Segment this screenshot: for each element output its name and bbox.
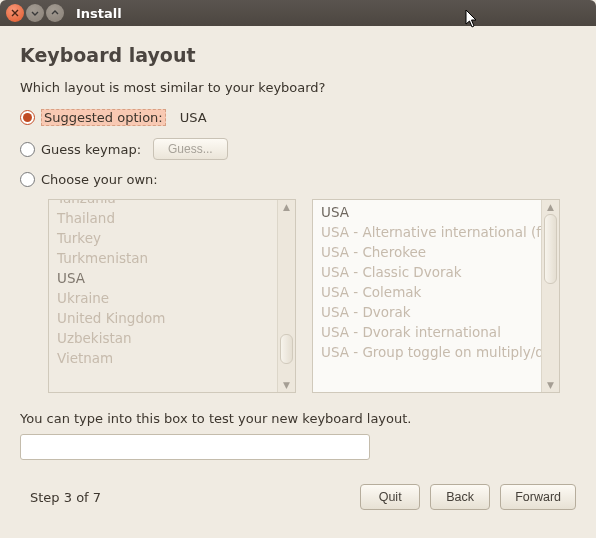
content-area: Keyboard layout Which layout is most sim… — [0, 26, 596, 524]
variant-list-scrollbar[interactable]: ▲ ▼ — [541, 200, 559, 392]
option-guess[interactable]: Guess keymap: Guess... — [20, 138, 576, 160]
option-suggested-label: Suggested option: — [41, 109, 166, 126]
list-item[interactable]: Tanzania — [49, 200, 277, 208]
scroll-up-icon[interactable]: ▲ — [283, 200, 290, 214]
titlebar: Install — [0, 0, 596, 26]
scroll-thumb[interactable] — [544, 214, 557, 284]
list-item[interactable]: USA - Group toggle on multiply/divi — [313, 342, 541, 362]
option-suggested-value: USA — [180, 110, 207, 125]
list-item[interactable]: USA - Alternative international (font — [313, 222, 541, 242]
scroll-down-icon[interactable]: ▼ — [547, 378, 554, 392]
variant-list[interactable]: USAUSA - Alternative international (font… — [312, 199, 560, 393]
guess-button[interactable]: Guess... — [153, 138, 228, 160]
radio-choose[interactable] — [20, 172, 35, 187]
list-item[interactable]: USA - Classic Dvorak — [313, 262, 541, 282]
list-item[interactable]: Turkmenistan — [49, 248, 277, 268]
list-item[interactable]: Ukraine — [49, 288, 277, 308]
list-item[interactable]: USA - Dvorak international — [313, 322, 541, 342]
radio-suggested[interactable] — [20, 110, 35, 125]
list-item[interactable]: USA — [313, 202, 541, 222]
list-item[interactable]: USA - Dvorak — [313, 302, 541, 322]
list-item[interactable]: Thailand — [49, 208, 277, 228]
radio-guess[interactable] — [20, 142, 35, 157]
option-guess-label: Guess keymap: — [41, 142, 141, 157]
window-minimize-button[interactable] — [26, 4, 44, 22]
option-choose-label: Choose your own: — [41, 172, 158, 187]
list-item[interactable]: United Kingdom — [49, 308, 277, 328]
window-close-button[interactable] — [6, 4, 24, 22]
window-maximize-button[interactable] — [46, 4, 64, 22]
quit-button[interactable]: Quit — [360, 484, 420, 510]
country-list[interactable]: TanzaniaThailandTurkeyTurkmenistanUSAUkr… — [48, 199, 296, 393]
window-title: Install — [76, 6, 122, 21]
layout-lists: TanzaniaThailandTurkeyTurkmenistanUSAUkr… — [48, 199, 576, 393]
list-item[interactable]: Vietnam — [49, 348, 277, 368]
page-prompt: Which layout is most similar to your key… — [20, 80, 576, 95]
scroll-up-icon[interactable]: ▲ — [547, 200, 554, 214]
option-suggested[interactable]: Suggested option: USA — [20, 109, 576, 126]
page-title: Keyboard layout — [20, 44, 576, 66]
step-indicator: Step 3 of 7 — [30, 490, 101, 505]
option-choose[interactable]: Choose your own: — [20, 172, 576, 187]
test-input[interactable] — [20, 434, 370, 460]
list-item[interactable]: Turkey — [49, 228, 277, 248]
list-item[interactable]: USA — [49, 268, 277, 288]
back-button[interactable]: Back — [430, 484, 490, 510]
list-item[interactable]: USA - Cherokee — [313, 242, 541, 262]
forward-button[interactable]: Forward — [500, 484, 576, 510]
scroll-thumb[interactable] — [280, 334, 293, 364]
list-item[interactable]: USA - Colemak — [313, 282, 541, 302]
scroll-down-icon[interactable]: ▼ — [283, 378, 290, 392]
test-hint: You can type into this box to test your … — [20, 411, 576, 426]
list-item[interactable]: Uzbekistan — [49, 328, 277, 348]
country-list-scrollbar[interactable]: ▲ ▼ — [277, 200, 295, 392]
footer: Step 3 of 7 Quit Back Forward — [20, 484, 576, 510]
